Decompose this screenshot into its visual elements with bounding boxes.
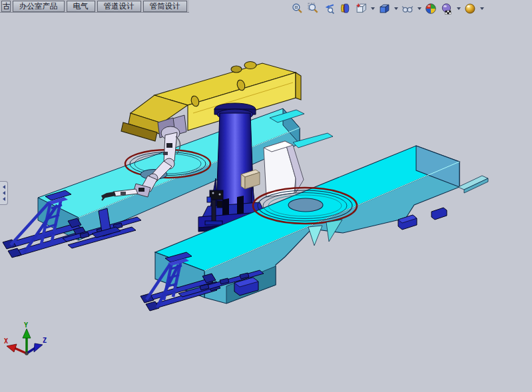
orientation-triad: Y X Z xyxy=(4,321,47,355)
boom-top-hole xyxy=(244,62,256,69)
triad-x-label: X xyxy=(4,337,8,345)
triad-y-arrow xyxy=(23,329,31,338)
apply-scene-dropdown-arrow-icon[interactable] xyxy=(457,7,461,10)
triad-z-arrow xyxy=(34,343,43,352)
boom-top-hole xyxy=(231,66,242,73)
tab-piping-design[interactable]: 管道设计 xyxy=(97,1,141,12)
beam-fin[interactable] xyxy=(308,226,322,246)
apply-scene-icon xyxy=(441,3,453,15)
view-orientation-dropdown-arrow-icon[interactable] xyxy=(371,7,375,10)
zoom-to-fit-icon xyxy=(292,3,303,14)
triad-z-label: Z xyxy=(43,337,47,344)
collapse-arrow-icon xyxy=(3,191,5,195)
collapse-arrow-icon xyxy=(3,185,5,189)
cad-window: Y X Z 古 办公室产品 电气 管道设计 管筒设计 xyxy=(0,0,532,392)
hide-show-items-dropdown-arrow-icon[interactable] xyxy=(417,7,421,10)
section-view-button[interactable] xyxy=(338,2,352,15)
triad-y-label: Y xyxy=(24,321,28,329)
triad-x-arrow xyxy=(7,344,17,352)
previous-view-icon xyxy=(324,3,335,14)
zoom-to-area-icon xyxy=(308,3,319,14)
right-beam-ring-hole[interactable] xyxy=(288,198,323,212)
view-orientation-icon xyxy=(356,3,367,14)
section-view-icon xyxy=(340,3,351,14)
zoom-to-area-button[interactable] xyxy=(306,2,320,15)
zoom-to-fit-button[interactable] xyxy=(290,2,304,15)
apply-scene-button[interactable] xyxy=(440,2,453,15)
3d-viewport[interactable]: Y X Z xyxy=(0,0,532,392)
display-style-icon xyxy=(379,3,390,14)
collapsed-panel-tab[interactable] xyxy=(0,181,8,205)
view-settings-dropdown-arrow-icon[interactable] xyxy=(480,7,484,10)
tab-electrical[interactable]: 电气 xyxy=(67,1,95,12)
hide-show-items-icon xyxy=(401,3,413,15)
display-style-dropdown-arrow-icon[interactable] xyxy=(394,7,398,10)
previous-view-button[interactable] xyxy=(322,2,336,15)
edit-appearance-icon xyxy=(425,3,437,15)
collapse-arrow-icon xyxy=(3,197,5,201)
command-manager-tabstrip: 古 办公室产品 电气 管道设计 管筒设计 xyxy=(0,0,189,13)
edit-appearance-button[interactable] xyxy=(424,2,437,15)
heads-up-toolbar xyxy=(290,1,484,15)
view-settings-icon xyxy=(464,3,476,15)
tab-partial[interactable]: 古 xyxy=(1,1,11,12)
hide-show-items-button[interactable] xyxy=(401,2,414,15)
tab-office-products[interactable]: 办公室产品 xyxy=(13,1,65,12)
display-style-button[interactable] xyxy=(378,2,391,15)
view-settings-button[interactable] xyxy=(463,2,477,15)
tab-tube-design[interactable]: 管筒设计 xyxy=(143,1,187,12)
view-orientation-button[interactable] xyxy=(354,2,368,15)
